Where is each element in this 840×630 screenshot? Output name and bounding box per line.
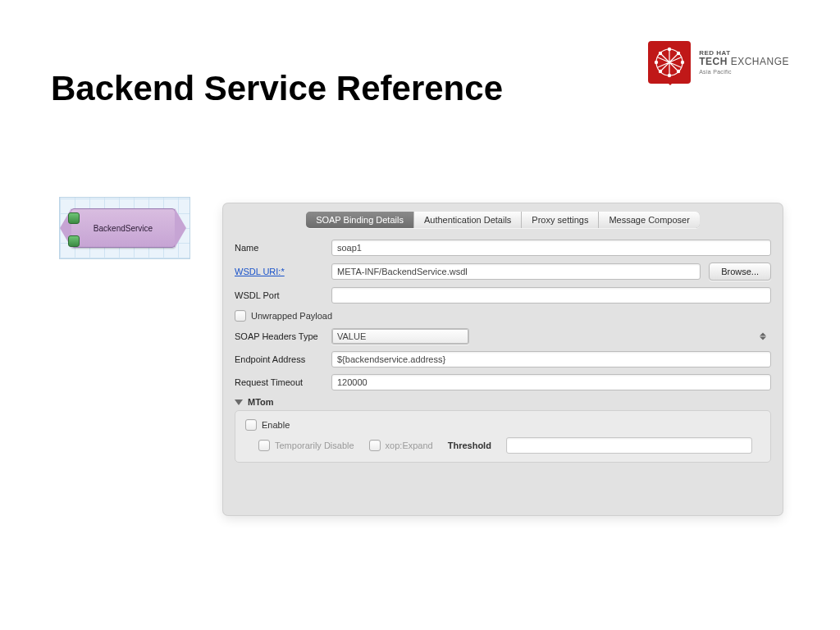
unwrapped-checkbox[interactable]	[235, 310, 246, 322]
enable-label: Enable	[262, 420, 290, 430]
timeout-label: Request Timeout	[235, 377, 323, 387]
dropdown-stepper-icon	[760, 333, 766, 340]
temp-disable-label: Temporarily Disable	[275, 441, 354, 450]
node-port-bottom-icon	[68, 235, 80, 247]
svg-point-4	[681, 61, 684, 64]
tab-bar: SOAP Binding Details Authentication Deta…	[306, 212, 700, 228]
disclosure-triangle-icon	[235, 399, 243, 405]
threshold-label: Threshold	[448, 441, 491, 450]
svg-point-1	[668, 48, 671, 51]
wsdl-uri-label: WSDL URI:*	[235, 267, 323, 276]
page-title: Backend Service Reference	[51, 69, 503, 108]
mtom-label: MTom	[248, 397, 274, 407]
endpoint-input[interactable]	[331, 351, 771, 368]
wsdl-uri-input[interactable]	[331, 263, 701, 280]
endpoint-label: Endpoint Address	[235, 354, 323, 364]
tab-message-composer[interactable]: Message Composer	[599, 212, 699, 228]
mtom-subpanel: Enable Temporarily Disable xop:Expand Th…	[235, 410, 771, 463]
brand-main: TECH EXCHANGE	[699, 57, 789, 67]
brand-region: Asia Pacific	[699, 69, 789, 75]
temp-disable-checkbox[interactable]	[258, 440, 270, 451]
backend-service-node[interactable]: BackendService	[71, 208, 176, 248]
tab-soap-binding[interactable]: SOAP Binding Details	[306, 212, 414, 228]
tab-auth-details[interactable]: Authentication Details	[414, 212, 522, 228]
svg-point-5	[659, 52, 662, 55]
unwrapped-label: Unwrapped Payload	[251, 311, 332, 321]
threshold-input[interactable]	[506, 437, 752, 454]
wsdl-port-input[interactable]	[331, 287, 771, 304]
svg-point-6	[677, 52, 680, 55]
wsdl-uri-link[interactable]: WSDL URI:*	[235, 267, 285, 276]
timeout-input[interactable]	[331, 374, 771, 390]
properties-panel: SOAP Binding Details Authentication Deta…	[223, 203, 783, 515]
browse-button[interactable]: Browse...	[709, 262, 771, 281]
wsdl-port-label: WSDL Port	[235, 290, 323, 300]
node-port-top-icon	[68, 212, 80, 224]
svg-point-2	[668, 74, 671, 77]
enable-checkbox[interactable]	[245, 419, 257, 431]
node-label: BackendService	[94, 224, 153, 233]
headers-type-label: SOAP Headers Type	[235, 331, 323, 341]
redhat-globe-icon	[648, 41, 691, 84]
headers-type-select[interactable]	[331, 328, 469, 345]
xop-expand-checkbox[interactable]	[369, 440, 381, 451]
svg-point-7	[659, 70, 662, 73]
name-input[interactable]	[331, 240, 771, 256]
svg-point-8	[677, 70, 680, 73]
globe-icon	[648, 41, 691, 84]
xop-expand-label: xop:Expand	[386, 441, 433, 450]
mtom-section-header[interactable]: MTom	[235, 397, 771, 407]
brand-block: RED HAT TECH EXCHANGE Asia Pacific	[648, 41, 789, 84]
tab-proxy-settings[interactable]: Proxy settings	[522, 212, 599, 228]
svg-point-3	[655, 61, 658, 64]
name-label: Name	[235, 243, 323, 253]
